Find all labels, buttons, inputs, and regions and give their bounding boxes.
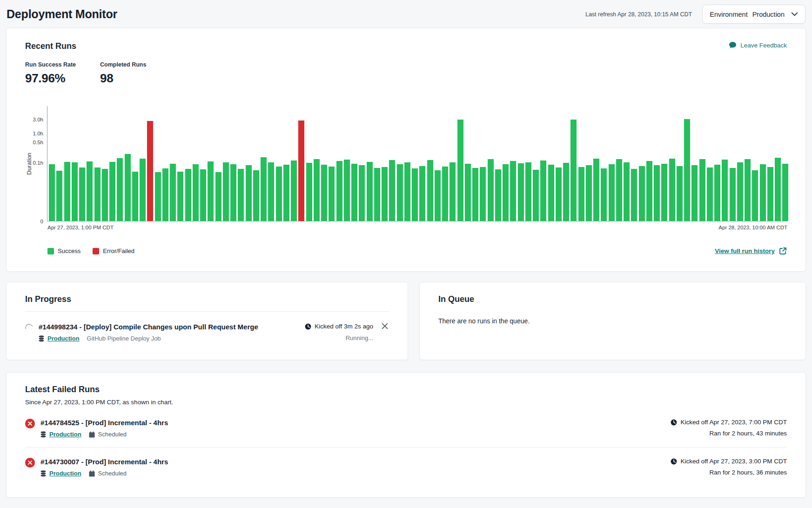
chart-bar-success[interactable] [730,168,736,221]
chart-bar-success[interactable] [457,120,463,221]
chart-bar-success[interactable] [215,172,221,221]
chart-bar-success[interactable] [699,159,705,221]
chart-bar-success[interactable] [79,167,85,221]
chart-bar-success[interactable] [230,164,236,221]
chart-bar-failed[interactable] [298,120,304,221]
chart-bar-success[interactable] [556,167,562,221]
chart-bar-success[interactable] [412,168,418,221]
chart-bar-success[interactable] [185,169,191,221]
chart-bar-success[interactable] [306,163,312,221]
chart-bar-success[interactable] [321,165,327,221]
chart-bar-success[interactable] [109,162,115,221]
chart-bar-success[interactable] [329,167,335,221]
chart-bar-success[interactable] [193,164,199,221]
chart-bar-success[interactable] [488,159,494,221]
chart-bar-success[interactable] [510,161,516,221]
chart-bar-success[interactable] [94,167,101,221]
chart-bar-success[interactable] [291,160,297,221]
chart-bar-success[interactable] [314,159,320,221]
chart-bar-success[interactable] [359,165,365,221]
chart-bar-success[interactable] [276,167,282,221]
chart-bar-success[interactable] [155,172,161,221]
chart-bar-success[interactable] [548,165,554,221]
environment-link[interactable]: Production [40,431,81,438]
chart-bar-success[interactable] [465,164,471,221]
chart-bar-success[interactable] [669,159,675,221]
chart-bar-success[interactable] [442,167,448,221]
chart-bar-success[interactable] [563,163,569,221]
chart-bar-success[interactable] [253,170,259,221]
chart-bar-success[interactable] [782,164,788,221]
chart-bar-success[interactable] [450,162,456,221]
chart-bar-success[interactable] [261,157,267,221]
chart-bar-success[interactable] [404,162,410,221]
environment-dropdown[interactable]: Environment Production [702,5,805,24]
chart-bar-success[interactable] [684,119,690,221]
chart-bar-success[interactable] [87,161,93,221]
chart-bar-success[interactable] [177,172,183,221]
chart-bar-success[interactable] [714,165,720,221]
chart-bar-success[interactable] [616,159,622,221]
chart-bar-success[interactable] [707,167,713,221]
chart-bar-success[interactable] [72,162,78,221]
chart-bar-success[interactable] [525,162,531,221]
chart-bar-success[interactable] [200,169,206,221]
chart-bar-success[interactable] [601,168,607,221]
chart-bar-success[interactable] [344,160,350,221]
chart-bar-success[interactable] [427,160,433,221]
chart-bar-success[interactable] [367,162,373,221]
chart-bar-success[interactable] [268,162,274,221]
chart-bar-success[interactable] [374,168,380,221]
leave-feedback-link[interactable]: Leave Feedback [729,41,787,49]
chart-bar-success[interactable] [609,164,615,221]
chart-bar-success[interactable] [472,168,478,221]
chart-bar-success[interactable] [238,169,244,221]
cancel-run-button[interactable] [381,322,389,330]
chart-bar-success[interactable] [162,168,168,221]
chart-bar-success[interactable] [767,167,773,221]
chart-bar-success[interactable] [593,159,599,221]
chart-bar-success[interactable] [518,163,524,221]
chart-bar-success[interactable] [752,170,758,221]
chart-bar-success[interactable] [246,165,252,221]
chart-bar-success[interactable] [223,162,229,221]
chart-bar-success[interactable] [140,159,146,221]
chart-bar-success[interactable] [49,164,55,221]
chart-bar-success[interactable] [654,165,660,221]
chart-bar-success[interactable] [677,166,683,221]
chart-bar-success[interactable] [283,165,289,221]
environment-link[interactable]: Production [40,470,81,477]
chart-bar-success[interactable] [503,164,509,221]
chart-bar-success[interactable] [646,161,652,221]
chart-bar-success[interactable] [419,166,425,221]
chart-bar-success[interactable] [389,160,395,221]
environment-link[interactable]: Production [39,335,80,342]
chart-bar-success[interactable] [125,154,131,221]
chart-bar-success[interactable] [495,169,501,221]
chart-bar-success[interactable] [775,158,781,221]
chart-bar-success[interactable] [624,162,630,221]
chart-bar-success[interactable] [737,162,743,221]
chart-bar-success[interactable] [540,160,546,221]
chart-bar-success[interactable] [382,167,388,221]
chart-bar-success[interactable] [170,164,176,221]
chart-bar-success[interactable] [691,165,698,221]
chart-bar-success[interactable] [351,164,357,221]
chart-bar-success[interactable] [760,164,766,221]
chart-bar-success[interactable] [745,159,751,221]
chart-bar-success[interactable] [631,169,637,221]
chart-bar-success[interactable] [722,160,728,221]
chart-bar-success[interactable] [661,164,667,221]
chart-bar-success[interactable] [639,166,645,221]
chart-bar-success[interactable] [533,170,539,221]
chart-bar-success[interactable] [397,164,403,221]
chart-bar-success[interactable] [570,120,577,221]
chart-bar-success[interactable] [102,169,108,221]
chart-bar-success[interactable] [480,167,486,221]
chart-bar-failed[interactable] [147,121,153,221]
chart-bar-success[interactable] [336,161,342,221]
chart-bar-success[interactable] [117,158,123,221]
chart-bar-success[interactable] [56,171,62,221]
chart-bar-success[interactable] [208,161,214,221]
view-full-run-history-link[interactable]: View full run history [715,247,787,255]
